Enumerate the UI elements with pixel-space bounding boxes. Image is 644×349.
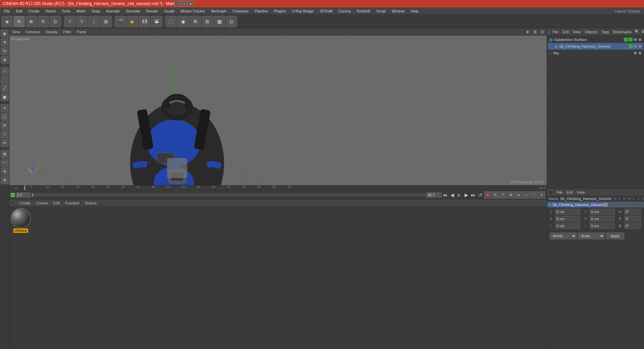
render-button[interactable]: ▶ <box>127 16 138 27</box>
snap-to-frame-button[interactable]: ⊕ <box>507 191 515 199</box>
mat-menu-create[interactable]: Create <box>17 200 33 206</box>
object-btn-2[interactable]: ◉ <box>177 16 189 27</box>
y-axis-button[interactable]: Y <box>76 16 88 27</box>
menu-character[interactable]: Character <box>230 8 251 14</box>
mat-menu-function[interactable]: Function <box>63 200 81 206</box>
sidebar-point-mode[interactable]: · <box>1 76 9 84</box>
timeline-settings-button[interactable]: ≡ <box>538 191 545 199</box>
om-menu-file[interactable]: File <box>551 29 560 35</box>
badge-sky-solo[interactable] <box>639 52 641 54</box>
play-reverse-button[interactable]: ◀ <box>449 192 455 198</box>
auto-key-button[interactable]: K <box>492 191 499 199</box>
go-to-start-button[interactable]: ⏮ <box>442 192 448 198</box>
scrubber-handle[interactable] <box>32 193 33 197</box>
sidebar-scale-tool[interactable]: ⊕ <box>1 56 9 64</box>
viewport-menu-display[interactable]: Display <box>44 29 59 35</box>
sidebar-poly-mode[interactable]: ▣ <box>1 93 9 101</box>
om-menu-tags[interactable]: Tags <box>600 29 610 35</box>
sidebar-brush-tool[interactable]: S <box>1 130 9 138</box>
menu-redshift[interactable]: Redshift <box>354 8 373 14</box>
world-dropdown[interactable]: World <box>550 233 577 239</box>
scale-tool-button[interactable]: ⊕ <box>25 16 37 27</box>
menu-help[interactable]: Help <box>408 8 421 14</box>
maximize-button[interactable]: □ <box>181 1 186 6</box>
viewport[interactable]: Perspective Grid Spacing: 10 cm X Y Z <box>9 36 547 185</box>
sidebar-select-tool[interactable]: ◈ <box>1 30 9 38</box>
mat-menu-texture[interactable]: Texture <box>83 200 99 206</box>
badge-harness-solo[interactable] <box>639 45 641 48</box>
input-b[interactable] <box>624 223 641 229</box>
close-button[interactable]: ✕ <box>188 1 193 6</box>
material-ball[interactable] <box>11 208 31 228</box>
menu-file[interactable]: File <box>1 8 13 14</box>
input-h[interactable] <box>624 209 641 215</box>
sidebar-move-tool[interactable]: ✛ <box>1 38 9 46</box>
menu-motion-tracker[interactable]: Motion Tracker <box>178 8 208 14</box>
record-button[interactable]: ⏺ <box>484 191 491 199</box>
om-settings-icon[interactable]: ⚙ <box>640 29 644 35</box>
om-menu-view[interactable]: View <box>572 29 582 35</box>
menu-corona[interactable]: Corona <box>336 8 353 14</box>
attr-harness-row[interactable]: ◈ Sit_Climbing_Harness_Generic <box>547 202 644 207</box>
menu-select[interactable]: Select <box>43 8 59 14</box>
motion-path-button[interactable]: ? <box>499 191 507 199</box>
menu-tools[interactable]: Tools <box>59 8 73 14</box>
viewport-icon-2[interactable]: ⊞ <box>532 29 538 35</box>
object-btn-1[interactable]: ◯ <box>165 16 177 27</box>
object-item-sky[interactable]: ○ Sky <box>548 50 643 56</box>
curve-editor-button[interactable]: ○ <box>523 191 530 199</box>
sidebar-object-mode[interactable]: □ <box>1 67 9 75</box>
toggle-9[interactable] <box>641 203 644 207</box>
object-item-harness[interactable]: ◈ Sit_Climbing_Harness_Generic <box>548 43 643 50</box>
timeline-scrubber[interactable] <box>32 193 425 197</box>
toggle-1[interactable] <box>604 203 608 207</box>
playhead[interactable] <box>24 185 25 191</box>
toggle-4[interactable] <box>618 203 622 207</box>
mat-menu-corona[interactable]: Corona <box>34 200 50 206</box>
menu-simulate[interactable]: Simulate <box>123 8 143 14</box>
key-selection-button[interactable]: ■ <box>515 191 522 199</box>
menu-window[interactable]: Window <box>389 8 408 14</box>
sidebar-magnet-tool[interactable]: ⋯ <box>1 159 9 167</box>
menu-snap[interactable]: Snap <box>89 8 103 14</box>
toggle-7[interactable] <box>632 203 636 207</box>
sidebar-grid-tool[interactable]: ⊞ <box>1 150 9 158</box>
move-tool-button[interactable]: ✛ <box>13 16 25 27</box>
toggle-2[interactable] <box>608 203 612 207</box>
render-to-po-button[interactable]: 📽 <box>151 16 162 27</box>
badge-harness-visible[interactable] <box>629 44 633 48</box>
om-search-icon[interactable]: 🔍 <box>634 29 640 35</box>
attr-menu-view[interactable]: View <box>576 190 586 195</box>
current-frame-input[interactable] <box>16 192 31 198</box>
toggle-5[interactable] <box>623 203 627 207</box>
menu-3dtoall[interactable]: 3DToAll <box>317 8 335 14</box>
menu-mesh[interactable]: Mesh <box>74 8 88 14</box>
toggle-6[interactable] <box>627 203 631 207</box>
render-settings-button[interactable]: 🎞 <box>139 16 150 27</box>
end-frame-input[interactable] <box>426 192 441 198</box>
sidebar-loop-tool[interactable]: ⟳ <box>1 121 9 130</box>
object-item-subdivision[interactable]: ⊞ Subdivision Surface <box>548 36 643 43</box>
object-btn-6[interactable]: ⊡ <box>226 16 237 27</box>
toggle-8[interactable] <box>637 203 641 207</box>
object-btn-3[interactable]: ⚙ <box>190 16 201 27</box>
z-axis-button[interactable]: Z <box>88 16 100 27</box>
sidebar-sym-tool[interactable]: ≋ <box>1 176 9 184</box>
input-z-pos[interactable] <box>555 223 580 229</box>
x-axis-button[interactable]: X <box>64 16 75 27</box>
input-p[interactable] <box>624 216 641 222</box>
sidebar-edge-mode[interactable]: ╱ <box>1 84 9 92</box>
render-region-button[interactable]: 🎬 <box>115 16 126 27</box>
om-menu-edit[interactable]: Edit <box>561 29 570 35</box>
mat-menu-edit[interactable]: Edit <box>51 200 62 206</box>
badge-solo[interactable] <box>639 38 641 41</box>
menu-render[interactable]: Render <box>144 8 161 14</box>
world-axis-button[interactable]: ⊞ <box>100 16 112 27</box>
minimize-button[interactable]: − <box>174 1 180 6</box>
viewport-menu-panel[interactable]: Panel <box>75 29 88 35</box>
input-x-pos[interactable] <box>555 209 580 215</box>
badge-sky-lock[interactable] <box>634 52 637 54</box>
input-z-rot[interactable] <box>590 223 615 229</box>
badge-render[interactable] <box>629 38 633 42</box>
play-forward-button[interactable]: ▶ <box>463 192 470 198</box>
